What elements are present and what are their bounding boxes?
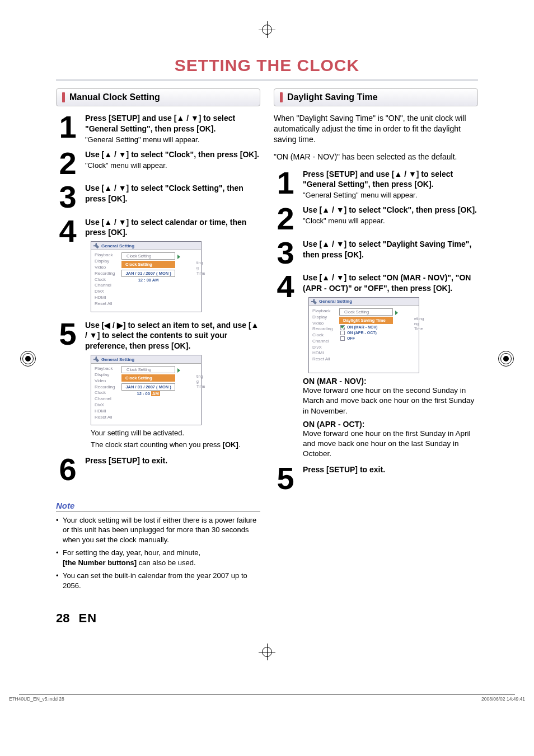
menu-list: Playback Display Video Recording Clock C…: [95, 252, 115, 307]
step-subtext: "General Setting" menu will appear.: [85, 135, 260, 144]
menu-item: HDMI: [95, 295, 115, 301]
step-subtext: "Clock" menu will appear.: [85, 161, 260, 170]
menu-screenshot: General Setting Playback Display Video R…: [91, 241, 202, 312]
step-1: 1 Press [SETUP] and use [▲ / ▼] to selec…: [56, 113, 260, 144]
step-5: 5 Press [SETUP] to exit.: [274, 464, 478, 492]
note-item: You can set the built-in calendar from t…: [56, 571, 260, 590]
menu-highlight: Daylight Saving Time: [339, 317, 393, 324]
menu-option: ON (APR - OCT): [339, 331, 393, 335]
footer: E7H40UD_EN_v5.indd 28 2008/06/02 14:49:4…: [9, 696, 525, 702]
menu-item: Reset All: [312, 356, 332, 363]
menu-item: DivX: [95, 289, 115, 295]
note-item: For setting the day, year, hour, and min…: [56, 548, 260, 567]
intro-text: "ON (MAR - NOV)" has been selected as th…: [274, 152, 478, 162]
step-text: Press [SETUP] to exit.: [303, 464, 478, 475]
menu-side-label: tingg Time: [196, 260, 205, 275]
intro-text: When "Daylight Saving Time" is "ON", the…: [274, 113, 478, 145]
menu-row: Clock Setting: [121, 366, 175, 373]
step-text: Press [SETUP] to exit.: [85, 456, 260, 466]
step-number: 6: [56, 456, 79, 483]
option-body: Move forward one hour on the second Sund…: [303, 386, 478, 416]
menu-item: Clock: [312, 332, 332, 339]
arrow-right-icon: [395, 311, 398, 315]
menu-item: Recording: [312, 326, 332, 332]
step-text: Use [▲ / ▼] to select calendar or time, …: [85, 217, 260, 238]
menu-item: Channel: [95, 283, 115, 289]
step-text: Press [SETUP] and use [▲ / ▼] to select …: [85, 113, 260, 134]
step-number: 4: [274, 273, 297, 459]
menu-title: General Setting: [101, 357, 134, 362]
menu-item: Playback: [95, 252, 115, 259]
option-heading: ON (MAR - NOV):: [303, 377, 478, 386]
menu-item: HDMI: [95, 408, 115, 415]
menu-date: JAN / 01 / 2007 ( MON ): [121, 270, 175, 277]
menu-time: 12 : 00 AM: [121, 391, 175, 396]
menu-item: DivX: [95, 402, 115, 408]
menu-item: HDMI: [312, 350, 332, 356]
menu-screenshot: General Setting Playback Display Video R…: [308, 297, 419, 373]
section-heading-manual: Manual Clock Setting: [56, 88, 260, 106]
step-subtext: "General Setting" menu will appear.: [303, 191, 478, 199]
menu-item: Reset All: [95, 301, 115, 307]
step-2: 2 Use [▲ / ▼] to select "Clock", then pr…: [274, 205, 478, 233]
step-6: 6 Press [SETUP] to exit.: [56, 456, 260, 483]
note-title: Note: [56, 501, 260, 512]
option-heading: ON (APR - OCT):: [303, 420, 478, 429]
menu-item: Recording: [95, 384, 115, 391]
step-3: 3 Use [▲ / ▼] to select "Clock Setting",…: [56, 183, 260, 211]
crop-mark-icon: [262, 647, 272, 657]
menu-row: Clock Setting: [339, 308, 393, 316]
menu-list: Playback Display Video Recording Clock C…: [95, 366, 115, 420]
step-text: Use [▲ / ▼] to select "Clock", then pres…: [303, 205, 478, 215]
note-box: Note Your clock setting will be lost if …: [56, 501, 260, 591]
step-number: 3: [56, 183, 79, 211]
step-4: 4 Use [▲ / ▼] to select calendar or time…: [56, 217, 260, 314]
arrow-right-icon: [177, 368, 180, 373]
footer-right: 2008/06/02 14:49:41: [481, 696, 525, 702]
menu-item: Clock: [95, 390, 115, 396]
step-text: Use [▲ / ▼] to select "Clock Setting", t…: [85, 183, 260, 204]
menu-item: Recording: [95, 271, 115, 277]
menu-highlight: Clock Setting: [121, 261, 175, 268]
note-item: Your clock setting will be lost if eithe…: [56, 515, 260, 545]
menu-option: ON (MAR - NOV): [339, 325, 393, 330]
checkbox-icon: [340, 325, 345, 330]
menu-row: Clock Setting: [121, 252, 175, 260]
menu-side-label: ettingng Time: [414, 316, 424, 331]
menu-item: Video: [95, 378, 115, 384]
menu-screenshot: General Setting Playback Display Video R…: [91, 355, 202, 425]
checkbox-icon: [340, 331, 345, 335]
divider: [56, 79, 478, 81]
arrow-right-icon: [177, 255, 180, 259]
step-after-text: Your setting will be activated.: [91, 429, 260, 437]
step-number: 2: [56, 149, 79, 177]
step-text: Press [SETUP] and use [▲ / ▼] to select …: [303, 169, 478, 190]
step-text: Use [▲ / ▼] to select "Clock", then pres…: [85, 149, 260, 160]
step-number: 3: [274, 239, 297, 267]
menu-item: Channel: [95, 396, 115, 402]
menu-item: Playback: [312, 308, 332, 314]
step-text: Use [▲ / ▼] to select "ON (MAR - NOV)", …: [303, 273, 478, 294]
section-heading-dst: Daylight Saving Time: [274, 88, 478, 106]
step-1: 1 Press [SETUP] and use [▲ / ▼] to selec…: [274, 169, 478, 200]
wrench-icon: [93, 243, 99, 248]
step-text: Use [◀ / ▶] to select an item to set, an…: [85, 320, 260, 352]
menu-item: Video: [95, 265, 115, 271]
step-text: Use [▲ / ▼] to select "Daylight Saving T…: [303, 239, 478, 260]
step-number: 4: [56, 217, 79, 314]
menu-date: JAN / 01 / 2007 ( MON ): [121, 383, 175, 391]
page-number: 28EN: [56, 611, 478, 626]
menu-item: Video: [312, 321, 332, 327]
menu-highlight: Clock Setting: [121, 374, 175, 382]
menu-item: Clock: [95, 277, 115, 283]
menu-option: OFF: [339, 336, 393, 341]
wrench-icon: [93, 356, 99, 362]
menu-list: Playback Display Video Recording Clock C…: [312, 308, 332, 363]
step-subtext: "Clock" menu will appear.: [303, 217, 478, 225]
checkbox-icon: [340, 336, 345, 341]
step-3: 3 Use [▲ / ▼] to select "Daylight Saving…: [274, 239, 478, 267]
step-4: 4 Use [▲ / ▼] to select "ON (MAR - NOV)"…: [274, 273, 478, 459]
menu-item: Display: [95, 259, 115, 265]
step-number: 1: [56, 113, 79, 144]
menu-title: General Setting: [101, 243, 134, 248]
